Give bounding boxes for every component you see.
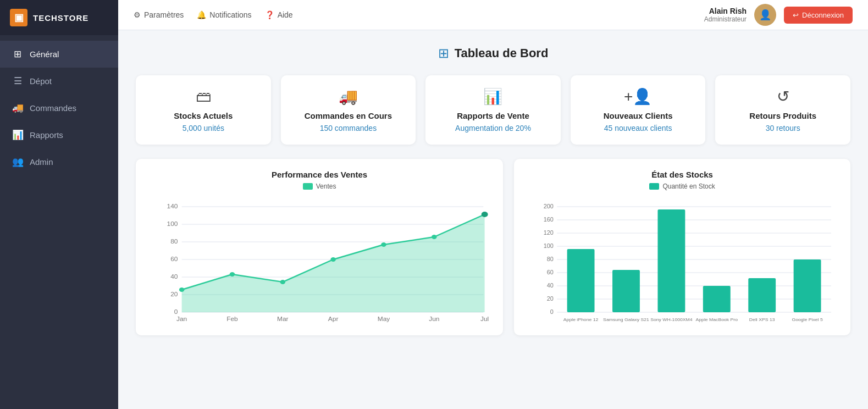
svg-text:Apple MacBook Pro: Apple MacBook Pro bbox=[696, 317, 738, 322]
kpi-stocks-value: 5,000 unités bbox=[146, 124, 261, 132]
kpi-retours[interactable]: ↺ Retours Produits 30 retours bbox=[715, 75, 850, 145]
general-icon: ⊞ bbox=[12, 48, 23, 60]
svg-point-18 bbox=[330, 257, 336, 262]
kpi-stocks[interactable]: 🗃 Stocks Actuels 5,000 unités bbox=[136, 75, 271, 145]
svg-text:Apple iPhone 12: Apple iPhone 12 bbox=[563, 317, 599, 322]
svg-text:60: 60 bbox=[547, 269, 554, 275]
svg-rect-51 bbox=[748, 278, 776, 312]
dashboard-content: ⊞ Tableau de Bord 🗃 Stocks Actuels 5,000… bbox=[118, 30, 868, 409]
svg-text:60: 60 bbox=[170, 256, 178, 262]
svg-point-20 bbox=[432, 235, 437, 239]
svg-text:Samsung Galaxy S21: Samsung Galaxy S21 bbox=[603, 317, 649, 322]
main-content: ⚙ Paramètres 🔔 Notifications ❓ Aide Alai… bbox=[118, 0, 868, 409]
stock-chart-card: État des Stocks Quantité en Stock bbox=[514, 159, 850, 335]
svg-text:100: 100 bbox=[544, 243, 554, 249]
logo-text: TECHSTORE bbox=[33, 13, 89, 23]
sidebar-item-general[interactable]: ⊞ Général bbox=[0, 41, 118, 68]
logo-icon: ▣ bbox=[10, 9, 27, 26]
svg-point-17 bbox=[280, 280, 286, 284]
svg-text:40: 40 bbox=[170, 274, 178, 280]
sidebar: ▣ TECHSTORE ⊞ Général ☰ Dépot 🚚 Commande… bbox=[0, 0, 118, 409]
sales-chart-title: Performance des Ventes bbox=[149, 170, 490, 179]
topbar-user: Alain Rish Administrateur 👤 ↩ Déconnexio… bbox=[704, 4, 853, 26]
dashboard-icon: ⊞ bbox=[438, 46, 449, 61]
sidebar-item-depot[interactable]: ☰ Dépot bbox=[0, 68, 118, 95]
stock-legend-box bbox=[649, 183, 659, 190]
rapports-icon: 📊 bbox=[12, 129, 23, 141]
stock-legend-label: Quantité en Stock bbox=[662, 183, 715, 190]
kpi-row: 🗃 Stocks Actuels 5,000 unités 🚚 Commande… bbox=[136, 75, 850, 145]
notifications-label: Notifications bbox=[209, 10, 251, 19]
sidebar-label-rapports: Rapports bbox=[30, 130, 63, 140]
commandes-icon: 🚚 bbox=[12, 102, 23, 114]
sidebar-label-admin: Admin bbox=[30, 157, 53, 167]
svg-marker-14 bbox=[182, 214, 485, 312]
sidebar-label-commandes: Commandes bbox=[30, 103, 76, 113]
parametres-link[interactable]: ⚙ Paramètres bbox=[134, 10, 184, 19]
kpi-stocks-label: Stocks Actuels bbox=[146, 111, 261, 120]
stock-chart-title: État des Stocks bbox=[527, 170, 837, 179]
user-name: Alain Rish bbox=[704, 7, 747, 15]
svg-rect-48 bbox=[612, 270, 640, 312]
sidebar-item-rapports[interactable]: 📊 Rapports bbox=[0, 121, 118, 148]
svg-point-15 bbox=[179, 288, 185, 292]
avatar: 👤 bbox=[754, 4, 776, 26]
svg-text:140: 140 bbox=[167, 203, 178, 209]
kpi-retours-label: Retours Produits bbox=[725, 111, 841, 120]
kpi-commandes-value: 150 commandes bbox=[291, 124, 406, 132]
charts-row: Performance des Ventes Ventes 0 2 bbox=[136, 159, 850, 335]
aide-icon: ❓ bbox=[265, 10, 274, 19]
sidebar-item-commandes[interactable]: 🚚 Commandes bbox=[0, 95, 118, 121]
svg-rect-49 bbox=[658, 209, 685, 312]
svg-text:0: 0 bbox=[550, 309, 554, 315]
svg-text:100: 100 bbox=[167, 221, 178, 227]
depot-icon: ☰ bbox=[12, 75, 23, 87]
sales-chart-card: Performance des Ventes Ventes 0 2 bbox=[136, 159, 503, 335]
svg-text:20: 20 bbox=[547, 296, 554, 302]
kpi-clients[interactable]: +👤 Nouveaux Clients 45 nouveaux clients bbox=[571, 75, 706, 145]
sidebar-label-general: Général bbox=[30, 49, 59, 59]
svg-rect-52 bbox=[794, 259, 821, 312]
kpi-commandes[interactable]: 🚚 Commandes en Cours 150 commandes bbox=[281, 75, 416, 145]
notifications-link[interactable]: 🔔 Notifications bbox=[197, 10, 251, 19]
stock-chart-svg: 0 20 40 60 80 100 120 160 200 bbox=[527, 196, 837, 322]
kpi-retours-icon: ↺ bbox=[725, 87, 841, 106]
parametres-label: Paramètres bbox=[144, 10, 184, 19]
svg-point-21 bbox=[482, 212, 488, 217]
kpi-rapports[interactable]: 📊 Rapports de Vente Augmentation de 20% bbox=[425, 75, 561, 145]
kpi-commandes-label: Commandes en Cours bbox=[291, 111, 406, 120]
parametres-icon: ⚙ bbox=[134, 10, 141, 19]
user-role: Administrateur bbox=[704, 15, 747, 23]
svg-text:Mar: Mar bbox=[277, 316, 289, 322]
svg-text:160: 160 bbox=[544, 217, 554, 223]
svg-point-19 bbox=[381, 242, 386, 247]
svg-text:Sony WH-1000XM4: Sony WH-1000XM4 bbox=[650, 317, 693, 322]
sidebar-item-admin[interactable]: 👥 Admin bbox=[0, 148, 118, 175]
svg-text:May: May bbox=[378, 316, 390, 322]
kpi-rapports-icon: 📊 bbox=[435, 87, 551, 106]
page-title: Tableau de Bord bbox=[455, 46, 549, 60]
svg-rect-47 bbox=[567, 249, 595, 312]
svg-text:20: 20 bbox=[170, 291, 178, 297]
svg-text:Dell XPS 13: Dell XPS 13 bbox=[749, 317, 775, 322]
kpi-clients-value: 45 nouveaux clients bbox=[580, 124, 696, 132]
sales-legend-label: Ventes bbox=[316, 183, 336, 190]
notifications-icon: 🔔 bbox=[197, 10, 206, 19]
svg-text:40: 40 bbox=[547, 283, 554, 289]
topbar-links: ⚙ Paramètres 🔔 Notifications ❓ Aide bbox=[134, 10, 689, 19]
topbar: ⚙ Paramètres 🔔 Notifications ❓ Aide Alai… bbox=[118, 0, 868, 30]
logo[interactable]: ▣ TECHSTORE bbox=[0, 0, 118, 35]
svg-rect-50 bbox=[703, 286, 731, 312]
deconnexion-button[interactable]: ↩ Déconnexion bbox=[784, 7, 853, 24]
svg-text:Google Pixel 5: Google Pixel 5 bbox=[792, 317, 823, 322]
sales-legend-box bbox=[303, 183, 313, 190]
stock-chart-legend: Quantité en Stock bbox=[527, 183, 837, 190]
aide-link[interactable]: ❓ Aide bbox=[265, 10, 293, 19]
svg-text:Apr: Apr bbox=[328, 316, 339, 322]
sidebar-nav: ⊞ Général ☰ Dépot 🚚 Commandes 📊 Rapports… bbox=[0, 41, 118, 175]
kpi-clients-icon: +👤 bbox=[580, 87, 696, 106]
svg-text:120: 120 bbox=[544, 230, 554, 236]
kpi-stocks-icon: 🗃 bbox=[146, 87, 261, 106]
svg-text:Jul: Jul bbox=[480, 316, 489, 322]
kpi-retours-value: 30 retours bbox=[725, 124, 841, 132]
